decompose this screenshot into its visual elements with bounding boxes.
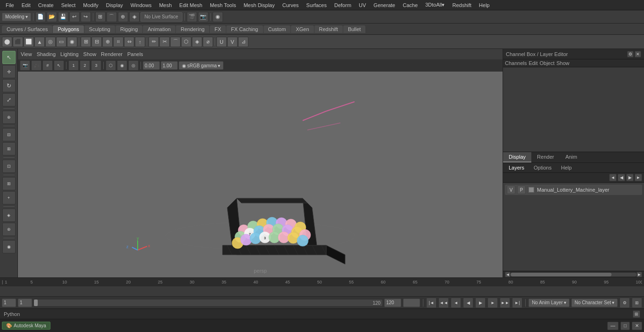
shelf-icon-combine[interactable]: ⊞ [81, 37, 91, 47]
shelf-tab-sculpting[interactable]: Sculpting [84, 25, 115, 33]
shelf-tab-curves-surfaces[interactable]: Curves / Surfaces [2, 25, 52, 33]
vp-display2[interactable]: 2 [80, 60, 90, 71]
anim-settings-btn[interactable]: ⚙ [619, 298, 630, 308]
layer-next2-btn[interactable]: ► [635, 174, 642, 181]
current-frame-left-input[interactable] [2, 299, 16, 307]
layer-prev-btn[interactable]: ◄ [609, 174, 617, 181]
menu-windows[interactable]: Windows [127, 1, 156, 9]
shelf-icon-torus[interactable]: ◎ [45, 37, 56, 47]
snap-together-btn[interactable]: ⊟ [2, 128, 16, 141]
menu-select[interactable]: Select [58, 1, 80, 9]
menu-3dtoall[interactable]: 3DtoAll▾ [421, 1, 448, 9]
timeline-ruler[interactable]: | 1 5 10 15 20 25 30 35 40 45 50 55 60 6… [0, 278, 644, 286]
vp-camera-btn[interactable]: 📷 [20, 60, 30, 71]
scroll-left-btn[interactable]: ◄ [505, 272, 511, 277]
shelf-icon-merge[interactable]: ⌀ [203, 37, 213, 47]
scroll-thumb[interactable] [511, 273, 611, 276]
display-tab[interactable]: Display [503, 152, 531, 162]
anim-extra-btn[interactable]: ⊞ [632, 298, 642, 308]
layer-next-btn[interactable]: ▶ [626, 174, 634, 181]
anim-tab[interactable]: Anim [560, 152, 583, 162]
char-set-dropdown[interactable]: No Character Set ▾ [571, 299, 618, 307]
menu-generate[interactable]: Generate [370, 1, 399, 9]
close-btn[interactable]: ✕ [632, 322, 642, 330]
show-manip-btn[interactable]: ⊡ [2, 160, 16, 173]
shelf-icon-mirror[interactable]: ⇔ [124, 37, 134, 47]
vp-lighting-menu[interactable]: Lighting [60, 51, 79, 57]
scale-tool-btn[interactable]: ⤢ [2, 93, 16, 106]
menu-file[interactable]: File [2, 1, 18, 9]
channels-tab[interactable]: Channels [505, 60, 527, 66]
shelf-icon-plane[interactable]: ▭ [56, 37, 66, 47]
snap-view-btn[interactable]: ◈ [129, 12, 140, 22]
menu-display[interactable]: Display [102, 1, 127, 9]
shelf-icon-disk[interactable]: ◉ [67, 37, 77, 47]
vp-gamma-dropdown[interactable]: ◉ sRGB gamma ▾ [179, 61, 223, 70]
vp-film-btn[interactable]: 🎥 [31, 60, 41, 71]
prev-key-btn[interactable]: ◄◄ [438, 298, 449, 308]
vp-rotation-input[interactable] [143, 61, 160, 70]
minimize-btn[interactable]: — [607, 322, 619, 330]
shelf-icon-cylinder[interactable]: ⬜ [24, 37, 34, 47]
rotate-tool-btn[interactable]: ↻ [2, 79, 16, 92]
menu-modify[interactable]: Modify [79, 1, 102, 9]
menu-curves[interactable]: Curves [279, 1, 303, 9]
shelf-icon-sphere[interactable]: ⬤ [2, 37, 12, 47]
shelf-tab-custom[interactable]: Custom [264, 25, 291, 33]
shelf-icon-bevel[interactable]: ◈ [192, 37, 202, 47]
menu-mesh-display[interactable]: Mesh Display [240, 1, 279, 9]
live-surface-btn[interactable]: No Live Surface [140, 12, 182, 22]
shelf-icon-pen[interactable]: ✏ [149, 37, 159, 47]
time-slider[interactable]: 120 [34, 300, 382, 306]
snap-grid-btn[interactable]: ⊞ [95, 12, 106, 22]
shelf-icon-cube[interactable]: ⬛ [13, 37, 23, 47]
total-frames-input[interactable] [403, 299, 420, 307]
layers-tab[interactable]: Layers [505, 164, 528, 171]
new-file-btn[interactable]: 📄 [35, 12, 46, 22]
paint-btn[interactable]: ⊛ [2, 223, 16, 236]
play-back-btn[interactable]: ◀ [463, 298, 473, 308]
shelf-icon-extrude[interactable]: ↑ [135, 37, 145, 47]
scroll-track[interactable] [511, 273, 636, 276]
menu-edit-mesh[interactable]: Edit Mesh [175, 1, 206, 9]
undo-btn[interactable]: ↩ [69, 12, 80, 22]
vp-panels-menu[interactable]: Panels [127, 51, 143, 57]
layer-prev2-btn[interactable]: ◀ [618, 174, 625, 181]
shelf-tab-rendering[interactable]: Rendering [176, 25, 209, 33]
shelf-icon-fill[interactable]: ⬡ [181, 37, 191, 47]
layer-row[interactable]: V P Manual_Lottery_Machine_layer [505, 185, 642, 195]
menu-mesh-tools[interactable]: Mesh Tools [206, 1, 239, 9]
snap-point-btn[interactable]: ⊕ [118, 12, 128, 22]
menu-edit[interactable]: Edit [18, 1, 34, 9]
vp-display3[interactable]: 3 [91, 60, 101, 71]
menu-surfaces[interactable]: Surfaces [303, 1, 330, 9]
vp-renderer-menu[interactable]: Renderer [101, 51, 123, 57]
prev-frame-btn[interactable]: ◄ [451, 298, 461, 308]
viewport[interactable]: View Shading Lighting Show Renderer Pane… [18, 49, 503, 277]
panel-settings-btn[interactable]: ⚙ [627, 51, 634, 57]
horizontal-scrollbar[interactable]: ◄ ► [503, 271, 644, 277]
shelf-tab-bullet[interactable]: Bullet [343, 25, 366, 33]
shelf-icon-uv2[interactable]: V [227, 37, 238, 47]
shelf-icon-cut[interactable]: ✂ [159, 37, 170, 47]
select-tool-btn[interactable]: ↖ [2, 51, 16, 64]
play-fwd-btn[interactable]: ▶ [475, 298, 486, 308]
python-expand-btn[interactable]: ⊞ [633, 310, 640, 318]
move-tool-btn[interactable]: ✛ [2, 65, 16, 78]
anim-layer-dropdown[interactable]: No Anim Layer ▾ [528, 299, 570, 307]
shelf-icon-unfold[interactable]: ⊿ [238, 37, 248, 47]
vp-show-menu[interactable]: Show [83, 51, 97, 57]
soft-mod-btn[interactable]: ⊞ [2, 142, 16, 155]
snap-curve-btn[interactable]: ⌒ [107, 12, 117, 22]
show-tab[interactable]: Show [556, 60, 570, 66]
universal-manip-btn[interactable]: ⊕ [2, 111, 16, 124]
menu-redshift[interactable]: Redshift [448, 1, 475, 9]
shelf-icon-boolean[interactable]: ⊕ [102, 37, 113, 47]
vp-grid-btn[interactable]: # [42, 60, 53, 71]
shelf-icon-uv1[interactable]: U [216, 37, 227, 47]
shelf-tab-rigging[interactable]: Rigging [116, 25, 142, 33]
cluster-btn[interactable]: + [2, 191, 16, 204]
shelf-tab-xgen[interactable]: XGen [291, 25, 314, 33]
shelf-tab-polygons[interactable]: Polygons [53, 25, 83, 33]
vp-display1[interactable]: 1 [68, 60, 79, 71]
